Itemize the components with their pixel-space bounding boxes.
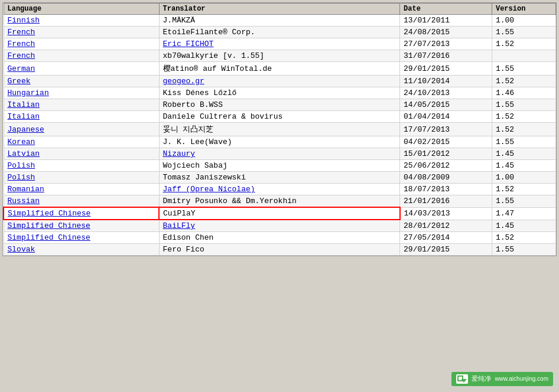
- col-header-date: Date: [400, 4, 492, 15]
- cell-translator[interactable]: Eric FICHOT: [159, 38, 400, 50]
- cell-translator: 妥니 지凸지芝: [159, 123, 400, 136]
- cell-language[interactable]: French: [4, 38, 159, 50]
- cell-date: 04/08/2009: [400, 172, 492, 184]
- cell-version: 1.52: [492, 232, 555, 244]
- cell-language[interactable]: Polish: [4, 160, 159, 172]
- col-header-translator: Translator: [159, 4, 400, 15]
- table-row: RussianDmitry Posunko && Dm.Yerokhin21/0…: [4, 195, 556, 208]
- cell-version: 1.00: [492, 15, 555, 27]
- language-link[interactable]: Italian: [8, 100, 40, 109]
- table-row: German樱atino® auf WinTotal.de29/01/20151…: [4, 62, 556, 76]
- language-link[interactable]: Simplified Chinese: [8, 221, 90, 230]
- language-link[interactable]: Simplified Chinese: [8, 233, 90, 242]
- language-link[interactable]: French: [8, 28, 35, 37]
- cell-translator: xb70walkyrie [v. 1.55]: [159, 50, 400, 62]
- cell-date: 29/01/2015: [400, 62, 492, 76]
- table-row: RomanianJaff (Oprea Nicolae)18/07/20131.…: [4, 184, 556, 195]
- cell-language[interactable]: Hungarian: [4, 87, 159, 99]
- cell-version: 1.52: [492, 38, 555, 50]
- cell-language[interactable]: Finnish: [4, 15, 159, 27]
- cell-translator: Wojciech Sabaj: [159, 160, 400, 172]
- cell-version: [492, 50, 555, 62]
- cell-language[interactable]: Italian: [4, 99, 159, 111]
- cell-language[interactable]: Greek: [4, 76, 159, 87]
- cell-date: 17/07/2013: [400, 123, 492, 136]
- cell-translator[interactable]: geogeo.gr: [159, 76, 400, 87]
- cell-date: 31/07/2016: [400, 50, 492, 62]
- language-link[interactable]: Slovak: [8, 245, 35, 254]
- language-link[interactable]: Italian: [8, 112, 40, 121]
- translator-link[interactable]: BaiLFly: [163, 221, 196, 230]
- language-link[interactable]: Greek: [8, 77, 31, 86]
- cell-date: 29/01/2015: [400, 244, 492, 256]
- cell-language[interactable]: Simplified Chinese: [4, 232, 159, 244]
- cell-translator: Tomasz Janiszewski: [159, 172, 400, 184]
- translations-table-container: Language Translator Date Version Finnish…: [2, 2, 557, 256]
- cell-language[interactable]: French: [4, 50, 159, 62]
- cell-version: 1.52: [492, 111, 555, 123]
- language-link[interactable]: Polish: [8, 161, 35, 170]
- watermark-icon: [456, 374, 468, 384]
- language-link[interactable]: French: [8, 51, 35, 60]
- language-link[interactable]: French: [8, 40, 35, 48]
- language-link[interactable]: Japanese: [8, 125, 44, 134]
- cell-translator: Edison Chen: [159, 232, 400, 244]
- cell-date: 04/02/2015: [400, 136, 492, 148]
- cell-date: 01/04/2014: [400, 111, 492, 123]
- cell-date: 27/05/2014: [400, 232, 492, 244]
- cell-translator[interactable]: BaiLFly: [159, 220, 400, 232]
- language-link[interactable]: Korean: [8, 138, 35, 146]
- table-row: Japanese妥니 지凸지芝17/07/20131.52: [4, 123, 556, 136]
- cell-date: 14/05/2015: [400, 99, 492, 111]
- language-link[interactable]: Simplified Chinese: [8, 209, 90, 218]
- language-link[interactable]: Romanian: [8, 185, 44, 194]
- language-link[interactable]: Finnish: [8, 16, 40, 25]
- translator-link[interactable]: Eric FICHOT: [163, 40, 214, 48]
- table-row: HungarianKiss Dénes Lőzlő24/10/20131.46: [4, 87, 556, 99]
- cell-language[interactable]: Russian: [4, 195, 159, 208]
- cell-translator[interactable]: Nizaury: [159, 148, 400, 160]
- language-link[interactable]: Latvian: [8, 149, 40, 158]
- cell-language[interactable]: Simplified Chinese: [4, 220, 159, 232]
- watermark-url: www.aichunjing.com: [495, 375, 548, 382]
- table-row: ItalianDaniele Cultrera & bovirus01/04/2…: [4, 111, 556, 123]
- table-row: FrenchEtoileFilante® Corp.24/08/20151.55: [4, 27, 556, 38]
- cell-version: 1.52: [492, 76, 555, 87]
- table-row: Simplified ChineseCuiPlaY14/03/20131.47: [4, 207, 556, 220]
- cell-language[interactable]: Italian: [4, 111, 159, 123]
- table-row: FinnishJ.MÄKZÄ13/01/20111.00: [4, 15, 556, 27]
- table-row: PolishTomasz Janiszewski04/08/20091.00: [4, 172, 556, 184]
- translator-link[interactable]: Jaff (Oprea Nicolae): [163, 185, 255, 194]
- table-row: FrenchEric FICHOT27/07/20131.52: [4, 38, 556, 50]
- cell-date: 15/01/2012: [400, 148, 492, 160]
- watermark: 爱纯净 www.aichunjing.com: [451, 372, 553, 386]
- cell-language[interactable]: Korean: [4, 136, 159, 148]
- cell-date: 24/08/2015: [400, 27, 492, 38]
- language-link[interactable]: German: [8, 64, 35, 73]
- cell-version: 1.45: [492, 160, 555, 172]
- cell-version: 1.55: [492, 195, 555, 208]
- cell-translator: J.MÄKZÄ: [159, 15, 400, 27]
- cell-version: 1.55: [492, 62, 555, 76]
- cell-version: 1.47: [492, 207, 555, 220]
- table-row: KoreanJ. K. Lee(Wave)04/02/20151.55: [4, 136, 556, 148]
- cell-language[interactable]: Romanian: [4, 184, 159, 195]
- cell-language[interactable]: Simplified Chinese: [4, 207, 159, 220]
- translator-link[interactable]: Nizaury: [163, 149, 196, 158]
- cell-language[interactable]: French: [4, 27, 159, 38]
- col-header-version: Version: [492, 4, 555, 15]
- cell-translator: Daniele Cultrera & bovirus: [159, 111, 400, 123]
- cell-language[interactable]: Slovak: [4, 244, 159, 256]
- cell-translator[interactable]: Jaff (Oprea Nicolae): [159, 184, 400, 195]
- cell-language[interactable]: German: [4, 62, 159, 76]
- cell-language[interactable]: Polish: [4, 172, 159, 184]
- cell-language[interactable]: Latvian: [4, 148, 159, 160]
- table-row: Greekgeogeo.gr11/10/20141.52: [4, 76, 556, 87]
- language-link[interactable]: Hungarian: [8, 89, 49, 97]
- cell-language[interactable]: Japanese: [4, 123, 159, 136]
- language-link[interactable]: Russian: [8, 197, 40, 205]
- language-link[interactable]: Polish: [8, 173, 35, 182]
- translator-link[interactable]: geogeo.gr: [163, 77, 204, 86]
- cell-date: 18/07/2013: [400, 184, 492, 195]
- cell-date: 24/10/2013: [400, 87, 492, 99]
